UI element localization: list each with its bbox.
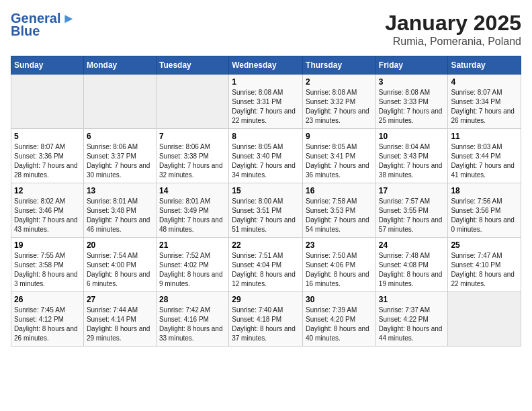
day-number: 12 bbox=[14, 186, 81, 195]
day-header-tuesday: Tuesday bbox=[156, 56, 228, 75]
day-info: Sunrise: 7:57 AMSunset: 3:55 PMDaylight:… bbox=[379, 197, 443, 233]
day-cell: 25 Sunrise: 7:47 AMSunset: 4:10 PMDaylig… bbox=[448, 238, 521, 292]
day-number: 5 bbox=[14, 132, 81, 141]
day-cell: 18 Sunrise: 7:56 AMSunset: 3:56 PMDaylig… bbox=[448, 183, 521, 238]
day-number: 13 bbox=[87, 186, 153, 195]
day-cell: 20 Sunrise: 7:54 AMSunset: 4:00 PMDaylig… bbox=[83, 238, 156, 292]
day-cell: 19 Sunrise: 7:55 AMSunset: 3:58 PMDaylig… bbox=[11, 238, 84, 292]
day-number: 24 bbox=[379, 240, 445, 250]
day-info: Sunrise: 7:55 AMSunset: 3:58 PMDaylight:… bbox=[14, 252, 78, 287]
day-cell: 21 Sunrise: 7:52 AMSunset: 4:02 PMDaylig… bbox=[156, 238, 228, 292]
day-cell: 8 Sunrise: 8:05 AMSunset: 3:40 PMDayligh… bbox=[229, 129, 303, 183]
day-cell: 28 Sunrise: 7:42 AMSunset: 4:16 PMDaylig… bbox=[156, 292, 228, 347]
day-number: 1 bbox=[232, 77, 300, 87]
week-row-4: 19 Sunrise: 7:55 AMSunset: 3:58 PMDaylig… bbox=[11, 238, 521, 292]
day-cell: 4 Sunrise: 8:07 AMSunset: 3:34 PMDayligh… bbox=[448, 75, 521, 129]
logo-arrow-icon: ► bbox=[62, 11, 75, 26]
week-row-1: 1 Sunrise: 8:08 AMSunset: 3:31 PMDayligh… bbox=[11, 75, 521, 129]
day-info: Sunrise: 7:56 AMSunset: 3:56 PMDaylight:… bbox=[451, 197, 515, 233]
day-info: Sunrise: 8:08 AMSunset: 3:32 PMDaylight:… bbox=[306, 89, 369, 124]
day-number: 7 bbox=[159, 132, 226, 141]
day-info: Sunrise: 8:01 AMSunset: 3:48 PMDaylight:… bbox=[87, 197, 150, 233]
day-cell bbox=[11, 75, 84, 129]
day-info: Sunrise: 8:07 AMSunset: 3:34 PMDaylight:… bbox=[451, 89, 515, 124]
calendar-subtitle: Rumia, Pomerania, Poland bbox=[385, 36, 521, 48]
day-info: Sunrise: 8:06 AMSunset: 3:37 PMDaylight:… bbox=[87, 143, 150, 179]
day-info: Sunrise: 8:07 AMSunset: 3:36 PMDaylight:… bbox=[14, 143, 78, 179]
day-cell: 15 Sunrise: 8:00 AMSunset: 3:51 PMDaylig… bbox=[229, 183, 303, 238]
day-cell: 14 Sunrise: 8:01 AMSunset: 3:49 PMDaylig… bbox=[156, 183, 228, 238]
day-cell: 9 Sunrise: 8:05 AMSunset: 3:41 PMDayligh… bbox=[303, 129, 376, 183]
day-number: 28 bbox=[159, 295, 226, 304]
day-number: 2 bbox=[306, 77, 373, 87]
day-cell: 29 Sunrise: 7:40 AMSunset: 4:18 PMDaylig… bbox=[229, 292, 303, 347]
day-number: 26 bbox=[14, 295, 81, 304]
day-number: 10 bbox=[379, 132, 445, 141]
day-cell: 27 Sunrise: 7:44 AMSunset: 4:14 PMDaylig… bbox=[83, 292, 156, 347]
day-cell: 11 Sunrise: 8:03 AMSunset: 3:44 PMDaylig… bbox=[448, 129, 521, 183]
day-number: 29 bbox=[232, 295, 300, 304]
day-info: Sunrise: 7:58 AMSunset: 3:53 PMDaylight:… bbox=[306, 197, 369, 233]
day-info: Sunrise: 8:03 AMSunset: 3:44 PMDaylight:… bbox=[451, 143, 515, 179]
day-number: 16 bbox=[306, 186, 373, 195]
day-info: Sunrise: 7:37 AMSunset: 4:22 PMDaylight:… bbox=[379, 306, 443, 342]
day-info: Sunrise: 8:04 AMSunset: 3:43 PMDaylight:… bbox=[379, 143, 443, 179]
day-cell: 24 Sunrise: 7:48 AMSunset: 4:08 PMDaylig… bbox=[375, 238, 448, 292]
calendar-table: SundayMondayTuesdayWednesdayThursdayFrid… bbox=[11, 56, 521, 347]
day-header-saturday: Saturday bbox=[448, 56, 521, 75]
day-info: Sunrise: 7:52 AMSunset: 4:02 PMDaylight:… bbox=[159, 252, 223, 287]
day-info: Sunrise: 8:08 AMSunset: 3:31 PMDaylight:… bbox=[232, 89, 296, 124]
day-cell bbox=[448, 292, 521, 347]
week-row-5: 26 Sunrise: 7:45 AMSunset: 4:12 PMDaylig… bbox=[11, 292, 521, 347]
day-info: Sunrise: 7:44 AMSunset: 4:14 PMDaylight:… bbox=[87, 306, 150, 342]
day-info: Sunrise: 7:45 AMSunset: 4:12 PMDaylight:… bbox=[14, 306, 78, 342]
day-number: 3 bbox=[379, 77, 445, 87]
day-info: Sunrise: 7:54 AMSunset: 4:00 PMDaylight:… bbox=[87, 252, 150, 287]
day-cell: 12 Sunrise: 8:02 AMSunset: 3:46 PMDaylig… bbox=[11, 183, 84, 238]
day-info: Sunrise: 7:42 AMSunset: 4:16 PMDaylight:… bbox=[159, 306, 223, 342]
day-info: Sunrise: 7:51 AMSunset: 4:04 PMDaylight:… bbox=[232, 252, 296, 287]
day-cell: 3 Sunrise: 8:08 AMSunset: 3:33 PMDayligh… bbox=[375, 75, 448, 129]
day-number: 15 bbox=[232, 186, 300, 195]
day-cell: 17 Sunrise: 7:57 AMSunset: 3:55 PMDaylig… bbox=[375, 183, 448, 238]
day-number: 8 bbox=[232, 132, 300, 141]
day-number: 14 bbox=[159, 186, 226, 195]
day-number: 21 bbox=[159, 240, 226, 250]
day-cell bbox=[156, 75, 228, 129]
day-number: 30 bbox=[306, 295, 373, 304]
day-cell: 26 Sunrise: 7:45 AMSunset: 4:12 PMDaylig… bbox=[11, 292, 84, 347]
week-row-2: 5 Sunrise: 8:07 AMSunset: 3:36 PMDayligh… bbox=[11, 129, 521, 183]
day-info: Sunrise: 8:06 AMSunset: 3:38 PMDaylight:… bbox=[159, 143, 223, 179]
day-cell: 13 Sunrise: 8:01 AMSunset: 3:48 PMDaylig… bbox=[83, 183, 156, 238]
day-info: Sunrise: 8:08 AMSunset: 3:33 PMDaylight:… bbox=[379, 89, 443, 124]
day-cell: 30 Sunrise: 7:39 AMSunset: 4:20 PMDaylig… bbox=[303, 292, 376, 347]
day-info: Sunrise: 7:40 AMSunset: 4:18 PMDaylight:… bbox=[232, 306, 296, 342]
day-header-sunday: Sunday bbox=[11, 56, 84, 75]
day-info: Sunrise: 7:47 AMSunset: 4:10 PMDaylight:… bbox=[451, 252, 515, 287]
title-block: January 2025 Rumia, Pomerania, Poland bbox=[385, 11, 521, 48]
day-number: 19 bbox=[14, 240, 81, 250]
day-number: 18 bbox=[451, 186, 518, 195]
day-number: 27 bbox=[87, 295, 153, 304]
day-number: 11 bbox=[451, 132, 518, 141]
day-number: 17 bbox=[379, 186, 445, 195]
header: General ► Blue January 2025 Rumia, Pomer… bbox=[11, 11, 521, 48]
day-cell: 2 Sunrise: 8:08 AMSunset: 3:32 PMDayligh… bbox=[303, 75, 376, 129]
day-info: Sunrise: 7:50 AMSunset: 4:06 PMDaylight:… bbox=[306, 252, 369, 287]
week-row-3: 12 Sunrise: 8:02 AMSunset: 3:46 PMDaylig… bbox=[11, 183, 521, 238]
day-cell: 23 Sunrise: 7:50 AMSunset: 4:06 PMDaylig… bbox=[303, 238, 376, 292]
day-header-thursday: Thursday bbox=[303, 56, 376, 75]
day-number: 25 bbox=[451, 240, 518, 250]
day-number: 20 bbox=[87, 240, 153, 250]
day-number: 31 bbox=[379, 295, 445, 304]
day-info: Sunrise: 7:39 AMSunset: 4:20 PMDaylight:… bbox=[306, 306, 369, 342]
day-info: Sunrise: 8:05 AMSunset: 3:40 PMDaylight:… bbox=[232, 143, 296, 179]
calendar-title: January 2025 bbox=[385, 11, 521, 36]
day-info: Sunrise: 8:00 AMSunset: 3:51 PMDaylight:… bbox=[232, 197, 296, 233]
day-info: Sunrise: 8:01 AMSunset: 3:49 PMDaylight:… bbox=[159, 197, 223, 233]
day-info: Sunrise: 7:48 AMSunset: 4:08 PMDaylight:… bbox=[379, 252, 443, 287]
day-header-friday: Friday bbox=[375, 56, 448, 75]
day-cell: 6 Sunrise: 8:06 AMSunset: 3:37 PMDayligh… bbox=[83, 129, 156, 183]
day-cell bbox=[83, 75, 156, 129]
day-info: Sunrise: 8:05 AMSunset: 3:41 PMDaylight:… bbox=[306, 143, 369, 179]
